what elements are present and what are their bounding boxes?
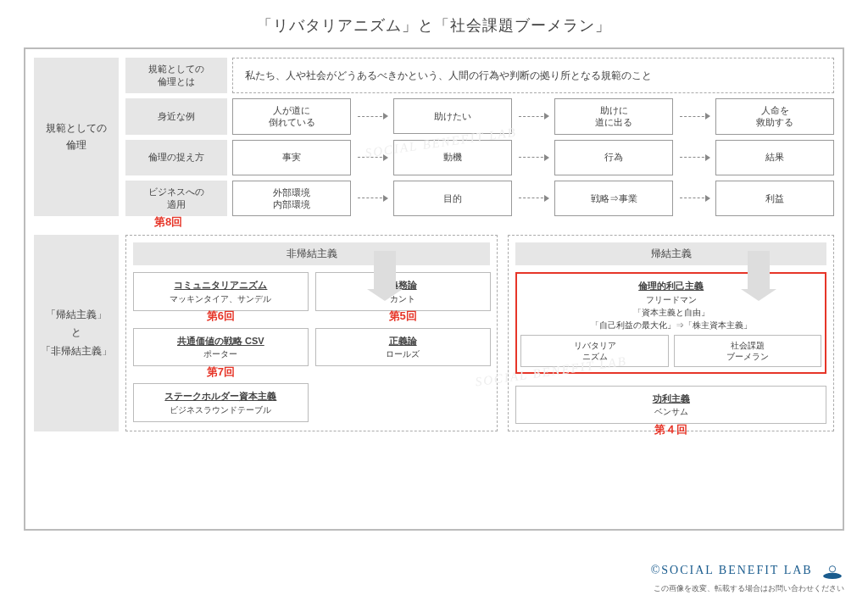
- svg-point-0: [823, 573, 842, 579]
- flow-box: 動機: [393, 140, 512, 175]
- svg-point-1: [829, 566, 835, 572]
- diagram-frame: 規範としての 倫理 規範としての 倫理とは 私たち、人や社会がどうあるべきかとい…: [24, 47, 844, 531]
- arrow-icon: [673, 198, 715, 198]
- non-consequentialism-group: 非帰結主義 コミュニタリアニズムマッキンタイア、サンデル第6回 共通価値の戦略 …: [125, 235, 498, 431]
- group-header: 帰結主義: [515, 242, 826, 265]
- ethics-definition: 私たち、人や社会がどうあるべきかという、人間の行為や判断の拠り所となる規範のこと: [232, 58, 834, 93]
- theory-card: 義務論カント第5回: [315, 272, 491, 311]
- theory-card: ステークホルダー資本主義ビジネスラウンドテーブル: [133, 383, 309, 422]
- flow-box: 外部環境 内部環境: [232, 181, 351, 217]
- lesson-number: 第8回: [154, 214, 182, 230]
- arrow-icon: [673, 157, 715, 158]
- arrow-icon: [351, 157, 393, 158]
- section-consequentialism: 「帰結主義」 と 「非帰結主義」 非帰結主義 コミュニタリアニズムマッキンタイア…: [34, 235, 834, 431]
- theory-card: 正義論ロールズ: [315, 328, 491, 367]
- arrow-icon: [512, 157, 554, 158]
- flow-box: 行為: [554, 140, 673, 175]
- side-label-1: 規範としての 倫理: [34, 58, 119, 216]
- flow-box: 利益: [715, 181, 834, 216]
- subtopic: リバタリア ニズム: [520, 335, 668, 367]
- theory-card-highlighted: 倫理的利己主義 フリードマン 「資本主義と自由」 「自己利益の最大化」⇒「株主資…: [515, 272, 826, 374]
- theory-card: コミュニタリアニズムマッキンタイア、サンデル第6回: [133, 272, 309, 311]
- arrow-icon: [512, 116, 554, 117]
- down-arrow-icon: [748, 251, 770, 290]
- arrow-icon: [351, 198, 393, 198]
- footer: ©SOCIAL BENEFIT LAB この画像を改変、転載する場合はお問い合わ…: [651, 563, 844, 594]
- row-label: 身近な例: [125, 98, 227, 135]
- flow-box: 事実: [232, 140, 351, 175]
- flow-box: 結果: [715, 140, 834, 175]
- row-label: 規範としての 倫理とは: [125, 58, 227, 93]
- arrow-icon: [512, 198, 554, 198]
- lesson-number: 第6回: [207, 308, 235, 325]
- subtopic: 社会課題 ブーメラン: [674, 335, 821, 367]
- page-title: 「リバタリアニズム」と「社会課題ブーメラン」: [24, 15, 844, 36]
- row-label: ビジネスへの 適用 第8回: [125, 181, 227, 217]
- flow-box: 目的: [393, 181, 512, 216]
- footer-note: この画像を改変、転載する場合はお問い合わせください: [651, 583, 844, 594]
- flow-box: 助けに 道に出る: [554, 98, 673, 135]
- lesson-number: 第４回: [654, 421, 687, 438]
- arrow-icon: [351, 116, 393, 117]
- flow-box: 戦略⇒事業: [554, 181, 673, 216]
- lesson-number: 第5回: [389, 308, 417, 325]
- arrow-icon: [673, 116, 715, 117]
- consequentialism-group: 帰結主義 倫理的利己主義 フリードマン 「資本主義と自由」 「自己利益の最大化」…: [508, 235, 834, 431]
- flow-box: 人命を 救助する: [715, 98, 834, 135]
- brand-label: ©SOCIAL BENEFIT LAB: [651, 564, 813, 576]
- theory-card: 共通価値の戦略 CSVポーター第7回: [133, 328, 309, 367]
- theory-card: 功利主義ベンサム第４回: [515, 386, 826, 425]
- down-arrow-icon: [374, 251, 396, 290]
- group-header: 非帰結主義: [133, 242, 490, 265]
- flow-box: 助けたい: [393, 98, 512, 134]
- row-label: 倫理の捉え方: [125, 140, 227, 175]
- lesson-number: 第7回: [207, 364, 235, 381]
- flow-box: 人が道に 倒れている: [232, 98, 351, 135]
- section-ethics-norm: 規範としての 倫理 規範としての 倫理とは 私たち、人や社会がどうあるべきかとい…: [34, 58, 834, 216]
- side-label-2: 「帰結主義」 と 「非帰結主義」: [34, 235, 119, 431]
- brand-logo-icon: [821, 563, 844, 580]
